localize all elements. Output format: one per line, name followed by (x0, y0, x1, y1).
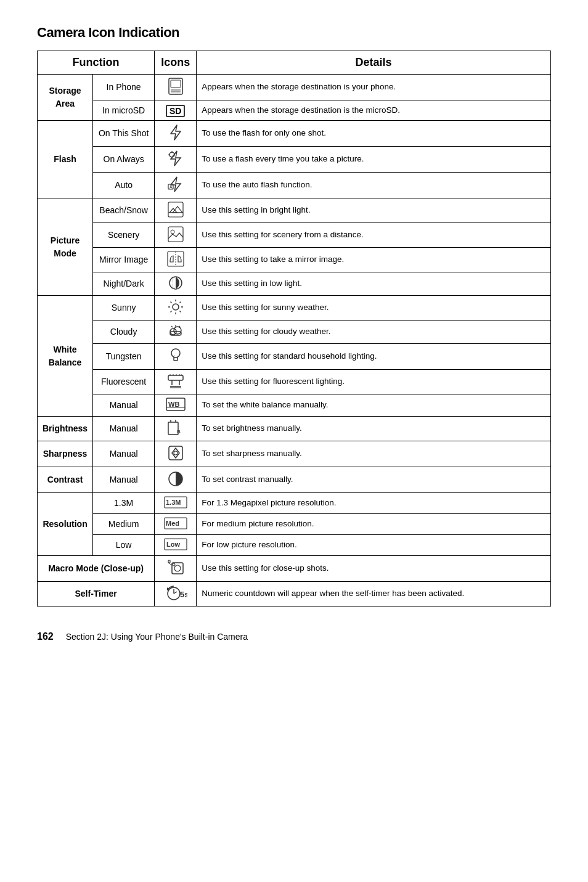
sub-brightness-manual: Manual (93, 417, 155, 441)
icon-beach-snow (155, 198, 197, 223)
icon-flash-one-shot (155, 121, 197, 147)
svg-rect-70 (172, 563, 183, 574)
detail-beach-snow: Use this setting in bright light. (197, 198, 551, 223)
icon-fluorescent (155, 370, 197, 394)
detail-medium: For medium picture resolution. (197, 514, 551, 535)
footer-page-number: 162 (37, 631, 54, 642)
icon-macro-mode (155, 556, 197, 582)
svg-line-30 (170, 311, 171, 312)
sub-contrast-manual: Manual (93, 467, 155, 493)
svg-marker-4 (171, 125, 181, 140)
detail-tungsten: Use this setting for standard household … (197, 344, 551, 370)
svg-point-18 (171, 230, 174, 234)
icon-tungsten: . (155, 344, 197, 370)
sub-medium: Medium (93, 514, 155, 535)
detail-in-phone: Appears when the storage destination is … (197, 75, 551, 100)
svg-rect-69 (168, 560, 170, 563)
table-row: Medium Med For medium picture resolution… (38, 514, 551, 535)
sub-on-always: On Always (93, 147, 155, 173)
detail-sunny: Use this setting for sunny weather. (197, 296, 551, 321)
icon-flash-auto: A (155, 173, 197, 198)
table-row: StorageArea In Phone Appears when the st… (38, 75, 551, 100)
header-details: Details (197, 51, 551, 75)
func-brightness: Brightness (38, 417, 93, 441)
func-white-balance: WhiteBalance (38, 296, 93, 417)
svg-text:Med: Med (166, 520, 179, 527)
icon-night-dark (155, 272, 197, 296)
svg-line-29 (179, 302, 181, 303)
svg-rect-1 (171, 80, 181, 88)
icon-flash-always (155, 147, 197, 173)
detail-on-always: To use a flash every time you take a pic… (197, 147, 551, 173)
svg-rect-13 (168, 202, 183, 217)
svg-line-27 (170, 302, 171, 303)
svg-point-71 (174, 565, 181, 571)
table-row: Sharpness Manual To set sharpness manual… (38, 441, 551, 467)
icon-phone-storage (155, 75, 197, 100)
table-row: Manual WB To set the white balance manua… (38, 394, 551, 417)
icon-microsd: SD (155, 100, 197, 121)
table-row: Tungsten . Use this setting for standard… (38, 344, 551, 370)
icon-sunny (155, 296, 197, 321)
sub-tungsten: Tungsten (93, 344, 155, 370)
func-sharpness: Sharpness (38, 441, 93, 467)
sub-night-dark: Night/Dark (93, 272, 155, 296)
svg-text:Low: Low (166, 541, 180, 548)
footer: 162 Section 2J: Using Your Phone's Built… (37, 631, 551, 642)
table-row: On Always To use a flash every time you … (38, 147, 551, 173)
header-function: Function (38, 51, 155, 75)
table-row: Mirror Image Use this setting to take a … (38, 248, 551, 272)
svg-text:.: . (174, 352, 175, 356)
table-row: In microSD SD Appears when the storage d… (38, 100, 551, 121)
header-icons: Icons (155, 51, 197, 75)
detail-self-timer: Numeric countdown will appear when the s… (197, 582, 551, 606)
svg-point-37 (171, 349, 180, 357)
table-row: Self-Timer 5s Numeric countdown will app… (38, 582, 551, 606)
func-contrast: Contrast (38, 467, 93, 493)
table-row: Macro Mode (Close-up) Use this setting f… (38, 556, 551, 582)
table-row: Contrast Manual To set contrast manually… (38, 467, 551, 493)
icon-brightness-manual: B (155, 417, 197, 441)
svg-point-32 (174, 327, 181, 334)
sub-on-this-shot: On This Shot (93, 121, 155, 147)
func-flash: Flash (38, 121, 93, 198)
svg-line-35 (171, 326, 173, 327)
svg-marker-60 (172, 448, 179, 458)
icon-scenery (155, 223, 197, 248)
func-resolution: Resolution (38, 493, 93, 556)
svg-text:WB: WB (168, 401, 179, 408)
sub-auto: Auto (93, 173, 155, 198)
sub-sharpness-manual: Manual (93, 441, 155, 467)
sub-beach-snow: Beach/Snow (93, 198, 155, 223)
svg-text:5s: 5s (180, 590, 187, 599)
table-row: PictureMode Beach/Snow Use this setting … (38, 198, 551, 223)
detail-scenery: Use this setting for scenery from a dist… (197, 223, 551, 248)
func-picture-mode: PictureMode (38, 198, 93, 296)
table-row: Brightness Manual B To set brightness ma… (38, 417, 551, 441)
detail-wb-manual: To set the white balance manually. (197, 394, 551, 417)
func-storage-area: StorageArea (38, 75, 93, 121)
sub-13m: 1.3M (93, 493, 155, 514)
detail-contrast-manual: To set contrast manually. (197, 467, 551, 493)
svg-point-22 (173, 304, 179, 310)
svg-text:B: B (177, 429, 181, 435)
sub-low: Low (93, 535, 155, 556)
icon-13m: 1.3M (155, 493, 197, 514)
detail-sharpness-manual: To set sharpness manually. (197, 441, 551, 467)
detail-13m: For 1.3 Megapixel picture resolution. (197, 493, 551, 514)
table-row: Auto A To use the auto flash function. (38, 173, 551, 198)
table-row: Resolution 1.3M 1.3M For 1.3 Megapixel p… (38, 493, 551, 514)
sub-sunny: Sunny (93, 296, 155, 321)
footer-section-text: Section 2J: Using Your Phone's Built-in … (66, 632, 248, 642)
svg-rect-42 (168, 375, 183, 380)
detail-fluorescent: Use this setting for fluorescent lightin… (197, 370, 551, 394)
sub-wb-manual: Manual (93, 394, 155, 417)
detail-on-this-shot: To use the flash for only one shot. (197, 121, 551, 147)
icon-med: Med (155, 514, 197, 535)
table-row: Flash On This Shot To use the flash for … (38, 121, 551, 147)
table-row: Scenery Use this setting for scenery fro… (38, 223, 551, 248)
detail-night-dark: Use this setting in low light. (197, 272, 551, 296)
func-macro-mode: Macro Mode (Close-up) (38, 556, 155, 582)
sub-in-microsd: In microSD (93, 100, 155, 121)
detail-low: For low picture resolution. (197, 535, 551, 556)
